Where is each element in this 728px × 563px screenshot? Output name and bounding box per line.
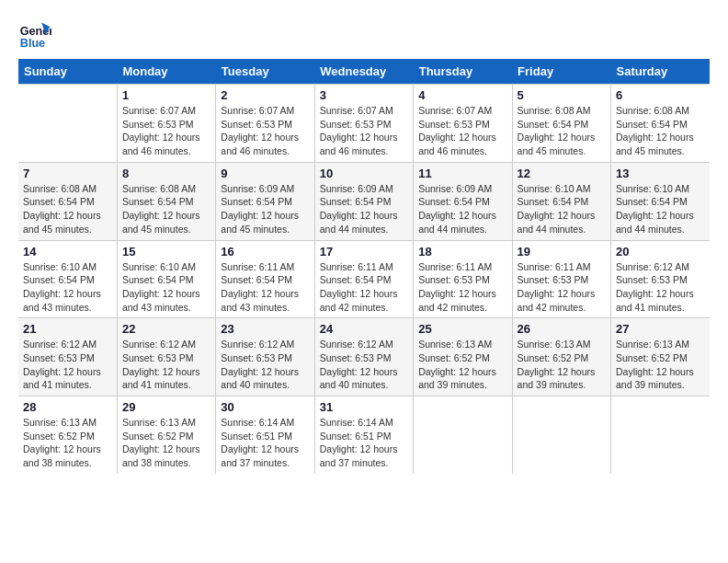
calendar-cell: 26Sunrise: 6:13 AM Sunset: 6:52 PM Dayli… xyxy=(512,318,610,396)
day-info: Sunrise: 6:08 AM Sunset: 6:54 PM Dayligh… xyxy=(23,182,112,236)
day-info: Sunrise: 6:13 AM Sunset: 6:52 PM Dayligh… xyxy=(418,338,506,392)
day-number: 22 xyxy=(122,322,210,336)
calendar-cell: 12Sunrise: 6:10 AM Sunset: 6:54 PM Dayli… xyxy=(512,162,610,240)
day-number: 17 xyxy=(320,245,408,259)
calendar-cell xyxy=(414,396,512,474)
calendar-cell: 22Sunrise: 6:12 AM Sunset: 6:53 PM Dayli… xyxy=(117,318,215,396)
calendar-cell: 16Sunrise: 6:11 AM Sunset: 6:54 PM Dayli… xyxy=(216,240,314,318)
day-number: 23 xyxy=(221,322,309,336)
day-info: Sunrise: 6:09 AM Sunset: 6:54 PM Dayligh… xyxy=(221,182,309,236)
day-info: Sunrise: 6:08 AM Sunset: 6:54 PM Dayligh… xyxy=(122,182,210,236)
calendar-body: 1Sunrise: 6:07 AM Sunset: 6:53 PM Daylig… xyxy=(18,85,710,474)
calendar-cell: 25Sunrise: 6:13 AM Sunset: 6:52 PM Dayli… xyxy=(414,318,512,396)
calendar-cell: 7Sunrise: 6:08 AM Sunset: 6:54 PM Daylig… xyxy=(18,162,117,240)
header-row: SundayMondayTuesdayWednesdayThursdayFrid… xyxy=(18,59,710,85)
day-info: Sunrise: 6:09 AM Sunset: 6:54 PM Dayligh… xyxy=(320,182,408,236)
logo: General Blue xyxy=(18,18,51,52)
calendar-cell: 9Sunrise: 6:09 AM Sunset: 6:54 PM Daylig… xyxy=(216,162,314,240)
day-number: 16 xyxy=(221,245,309,259)
calendar-cell: 18Sunrise: 6:11 AM Sunset: 6:53 PM Dayli… xyxy=(414,240,512,318)
day-info: Sunrise: 6:13 AM Sunset: 6:52 PM Dayligh… xyxy=(23,416,112,470)
day-info: Sunrise: 6:11 AM Sunset: 6:54 PM Dayligh… xyxy=(320,260,408,315)
calendar-cell: 14Sunrise: 6:10 AM Sunset: 6:54 PM Dayli… xyxy=(18,240,117,318)
header-cell-thursday: Thursday xyxy=(414,59,512,85)
day-info: Sunrise: 6:11 AM Sunset: 6:53 PM Dayligh… xyxy=(418,260,506,315)
day-number: 3 xyxy=(320,88,408,102)
day-info: Sunrise: 6:11 AM Sunset: 6:54 PM Dayligh… xyxy=(221,260,309,315)
svg-text:Blue: Blue xyxy=(20,37,45,50)
day-info: Sunrise: 6:12 AM Sunset: 6:53 PM Dayligh… xyxy=(616,260,705,315)
calendar-cell: 19Sunrise: 6:11 AM Sunset: 6:53 PM Dayli… xyxy=(512,240,610,318)
calendar-cell: 3Sunrise: 6:07 AM Sunset: 6:53 PM Daylig… xyxy=(314,85,413,163)
day-number: 30 xyxy=(221,400,309,414)
calendar-cell: 4Sunrise: 6:07 AM Sunset: 6:53 PM Daylig… xyxy=(414,85,512,163)
calendar-week-row: 1Sunrise: 6:07 AM Sunset: 6:53 PM Daylig… xyxy=(18,85,710,163)
calendar-cell: 27Sunrise: 6:13 AM Sunset: 6:52 PM Dayli… xyxy=(611,318,710,396)
day-number: 14 xyxy=(23,245,112,259)
header-cell-tuesday: Tuesday xyxy=(216,59,314,85)
day-info: Sunrise: 6:12 AM Sunset: 6:53 PM Dayligh… xyxy=(221,338,309,392)
day-number: 1 xyxy=(122,88,210,102)
day-number: 31 xyxy=(320,400,408,414)
day-number: 6 xyxy=(616,88,705,102)
header-cell-monday: Monday xyxy=(117,59,215,85)
day-number: 26 xyxy=(518,322,606,336)
day-number: 20 xyxy=(616,245,705,259)
calendar-cell: 30Sunrise: 6:14 AM Sunset: 6:51 PM Dayli… xyxy=(216,396,314,474)
day-info: Sunrise: 6:07 AM Sunset: 6:53 PM Dayligh… xyxy=(221,104,309,158)
calendar-week-row: 14Sunrise: 6:10 AM Sunset: 6:54 PM Dayli… xyxy=(18,240,710,318)
day-number: 25 xyxy=(418,322,506,336)
calendar-week-row: 28Sunrise: 6:13 AM Sunset: 6:52 PM Dayli… xyxy=(18,396,710,474)
day-number: 4 xyxy=(418,88,506,102)
day-number: 28 xyxy=(23,400,112,414)
day-number: 5 xyxy=(518,88,606,102)
calendar-cell: 28Sunrise: 6:13 AM Sunset: 6:52 PM Dayli… xyxy=(18,396,117,474)
calendar-cell: 23Sunrise: 6:12 AM Sunset: 6:53 PM Dayli… xyxy=(216,318,314,396)
day-info: Sunrise: 6:13 AM Sunset: 6:52 PM Dayligh… xyxy=(518,338,606,392)
day-info: Sunrise: 6:07 AM Sunset: 6:53 PM Dayligh… xyxy=(122,104,210,158)
day-info: Sunrise: 6:09 AM Sunset: 6:54 PM Dayligh… xyxy=(418,182,506,236)
calendar-cell: 13Sunrise: 6:10 AM Sunset: 6:54 PM Dayli… xyxy=(611,162,710,240)
logo-icon: General Blue xyxy=(18,18,51,52)
calendar-cell: 24Sunrise: 6:12 AM Sunset: 6:53 PM Dayli… xyxy=(314,318,413,396)
day-number: 29 xyxy=(122,400,210,414)
page-header: General Blue xyxy=(18,18,710,52)
day-number: 13 xyxy=(616,167,705,180)
calendar-cell: 11Sunrise: 6:09 AM Sunset: 6:54 PM Dayli… xyxy=(414,162,512,240)
day-number: 9 xyxy=(221,167,309,180)
day-number: 11 xyxy=(418,167,506,180)
day-info: Sunrise: 6:08 AM Sunset: 6:54 PM Dayligh… xyxy=(518,104,606,158)
calendar-cell: 1Sunrise: 6:07 AM Sunset: 6:53 PM Daylig… xyxy=(117,85,215,163)
day-number: 27 xyxy=(616,322,705,336)
day-info: Sunrise: 6:08 AM Sunset: 6:54 PM Dayligh… xyxy=(616,104,705,158)
calendar-cell: 31Sunrise: 6:14 AM Sunset: 6:51 PM Dayli… xyxy=(314,396,413,474)
day-number: 7 xyxy=(23,167,112,180)
calendar-cell: 6Sunrise: 6:08 AM Sunset: 6:54 PM Daylig… xyxy=(611,85,710,163)
calendar-cell: 2Sunrise: 6:07 AM Sunset: 6:53 PM Daylig… xyxy=(216,85,314,163)
day-info: Sunrise: 6:11 AM Sunset: 6:53 PM Dayligh… xyxy=(518,260,606,315)
header-cell-wednesday: Wednesday xyxy=(314,59,413,85)
calendar-cell xyxy=(512,396,610,474)
day-info: Sunrise: 6:07 AM Sunset: 6:53 PM Dayligh… xyxy=(320,104,408,158)
day-info: Sunrise: 6:13 AM Sunset: 6:52 PM Dayligh… xyxy=(122,416,210,470)
day-number: 21 xyxy=(23,322,112,336)
day-info: Sunrise: 6:14 AM Sunset: 6:51 PM Dayligh… xyxy=(320,416,408,470)
day-info: Sunrise: 6:07 AM Sunset: 6:53 PM Dayligh… xyxy=(418,104,506,158)
calendar-cell xyxy=(611,396,710,474)
calendar-cell xyxy=(18,85,117,163)
day-info: Sunrise: 6:12 AM Sunset: 6:53 PM Dayligh… xyxy=(122,338,210,392)
day-number: 18 xyxy=(418,245,506,259)
header-cell-saturday: Saturday xyxy=(611,59,710,85)
header-cell-sunday: Sunday xyxy=(18,59,117,85)
day-info: Sunrise: 6:10 AM Sunset: 6:54 PM Dayligh… xyxy=(616,182,705,236)
calendar-cell: 10Sunrise: 6:09 AM Sunset: 6:54 PM Dayli… xyxy=(314,162,413,240)
calendar-cell: 15Sunrise: 6:10 AM Sunset: 6:54 PM Dayli… xyxy=(117,240,215,318)
calendar-table: SundayMondayTuesdayWednesdayThursdayFrid… xyxy=(18,59,710,474)
calendar-cell: 17Sunrise: 6:11 AM Sunset: 6:54 PM Dayli… xyxy=(314,240,413,318)
day-number: 8 xyxy=(122,167,210,180)
calendar-cell: 29Sunrise: 6:13 AM Sunset: 6:52 PM Dayli… xyxy=(117,396,215,474)
header-cell-friday: Friday xyxy=(512,59,610,85)
day-info: Sunrise: 6:14 AM Sunset: 6:51 PM Dayligh… xyxy=(221,416,309,470)
day-info: Sunrise: 6:10 AM Sunset: 6:54 PM Dayligh… xyxy=(122,260,210,315)
calendar-cell: 21Sunrise: 6:12 AM Sunset: 6:53 PM Dayli… xyxy=(18,318,117,396)
